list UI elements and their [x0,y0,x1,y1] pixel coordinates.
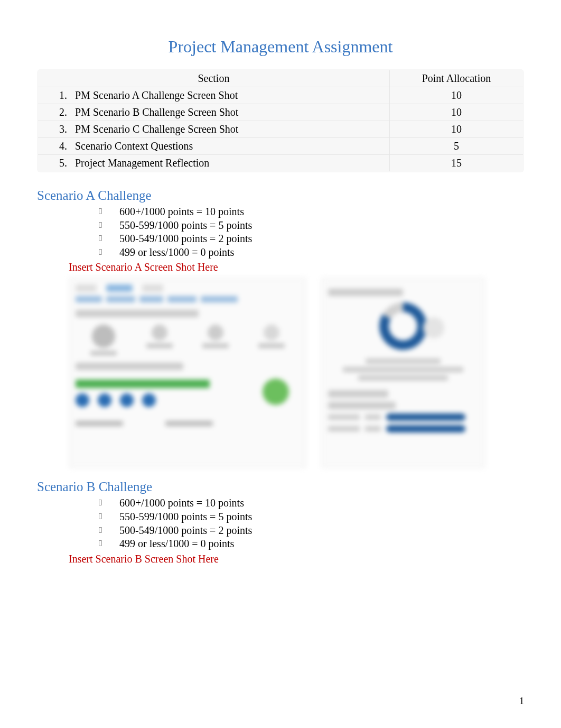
table-header-row: Section Point Allocation [38,70,523,87]
scenario-a-heading: Scenario A Challenge [37,188,524,203]
scenario-a-scoring-list: 600+/1000 points = 10 points 550-599/100… [37,205,524,259]
header-section: Section [38,70,389,87]
scenario-a-insert-instruction: Insert Scenario A Screen Shot Here [69,261,524,273]
scoring-item: 499 or less/1000 = 0 points [95,246,524,260]
screenshot-right-panel [321,278,485,468]
scenario-b-heading: Scenario B Challenge [37,480,524,494]
row-points: 10 [389,87,523,104]
scoring-item: 499 or less/1000 = 0 points [95,537,524,551]
row-points: 5 [389,138,523,155]
table-row: 1. PM Scenario A Challenge Screen Shot 1… [38,87,523,104]
row-number: 4. [59,140,67,152]
scenario-b-scoring-list: 600+/1000 points = 10 points 550-599/100… [37,496,524,550]
table-row: 4. Scenario Context Questions 5 [38,138,523,155]
allocation-table: Section Point Allocation 1. PM Scenario … [37,69,524,172]
row-label: Scenario Context Questions [75,140,193,152]
page-title: Project Management Assignment [37,37,524,57]
scoring-item: 550-599/1000 points = 5 points [95,510,524,524]
scoring-item: 500-549/1000 points = 2 points [95,232,524,246]
table-row: 3. PM Scenario C Challenge Screen Shot 1… [38,121,523,138]
row-section: 1. PM Scenario A Challenge Screen Shot [38,87,389,104]
header-points: Point Allocation [389,70,523,87]
screenshot-left-panel [69,278,306,468]
row-number: 3. [59,123,67,135]
row-number: 5. [59,157,67,169]
page-number: 1 [519,696,524,707]
table-row: 5. Project Management Reflection 15 [38,155,523,172]
row-points: 10 [389,121,523,138]
scenario-a-screenshot-placeholder [69,278,524,468]
row-label: PM Scenario C Challenge Screen Shot [75,123,238,135]
scoring-item: 500-549/1000 points = 2 points [95,524,524,538]
scoring-item: 550-599/1000 points = 5 points [95,219,524,233]
row-points: 15 [389,155,523,172]
row-points: 10 [389,104,523,121]
row-section: 5. Project Management Reflection [38,155,389,172]
document-page: Project Management Assignment Section Po… [0,0,561,728]
table-row: 2. PM Scenario B Challenge Screen Shot 1… [38,104,523,121]
row-section: 2. PM Scenario B Challenge Screen Shot [38,104,389,121]
row-label: Project Management Reflection [75,157,209,169]
row-number: 2. [59,106,67,118]
scenario-b-insert-instruction: Insert Scenario B Screen Shot Here [69,553,524,565]
row-label: PM Scenario B Challenge Screen Shot [75,106,238,118]
scoring-item: 600+/1000 points = 10 points [95,205,524,219]
row-number: 1. [59,89,67,101]
row-section: 3. PM Scenario C Challenge Screen Shot [38,121,389,138]
row-section: 4. Scenario Context Questions [38,138,389,155]
scoring-item: 600+/1000 points = 10 points [95,496,524,510]
row-label: PM Scenario A Challenge Screen Shot [75,89,238,101]
